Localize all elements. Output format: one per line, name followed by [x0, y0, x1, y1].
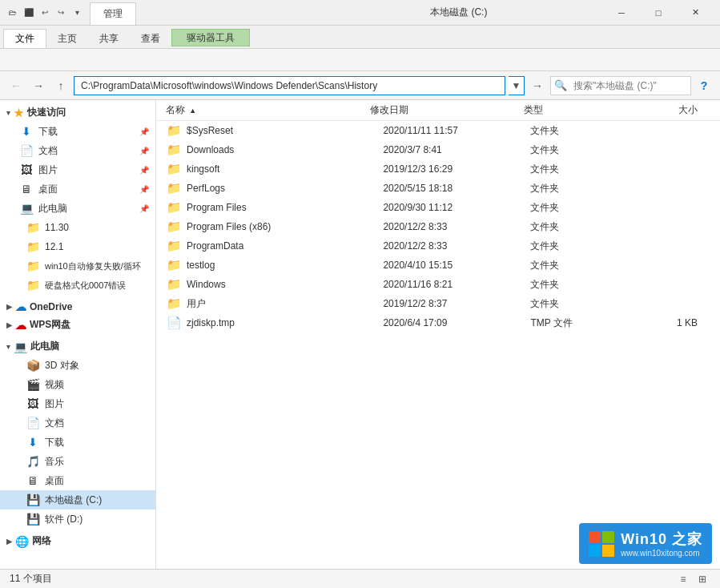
- minimize-button[interactable]: ─: [603, 0, 640, 26]
- sidebar-item-video[interactable]: 🎬 视频: [0, 375, 155, 394]
- quick-access-icon[interactable]: ⬛: [22, 6, 35, 19]
- sidebar-item-music[interactable]: 🎵 音乐: [0, 452, 155, 471]
- sidebar-item-hddformat[interactable]: 📁 硬盘格式化0007错误: [0, 276, 155, 295]
- 3d-icon: 📦: [26, 358, 40, 373]
- sort-arrow: ▲: [189, 107, 196, 115]
- tab-view[interactable]: 查看: [130, 29, 171, 48]
- file-type: 文件夹: [530, 240, 629, 253]
- sidebar-item-pics[interactable]: 🖼 图片: [0, 394, 155, 413]
- onedrive-icon: ☁: [15, 300, 26, 313]
- wps-chevron: ▶: [6, 321, 12, 329]
- table-row[interactable]: 📁 Program Files 2020/9/30 11:12 文件夹: [156, 198, 720, 217]
- go-button[interactable]: →: [528, 76, 547, 95]
- file-name: Program Files: [187, 202, 383, 213]
- sidebar-item-video-label: 视频: [45, 378, 64, 392]
- sidebar-item-dsk[interactable]: 🖥 桌面: [0, 471, 155, 490]
- sidebar-item-thispc[interactable]: 💻 此电脑 📌: [0, 199, 155, 218]
- sidebar-item-pic-label: 图片: [38, 163, 58, 177]
- network-icon: 🌐: [15, 535, 29, 548]
- forward-button[interactable]: →: [29, 76, 48, 95]
- file-icon: 📁: [166, 180, 182, 196]
- address-input[interactable]: [74, 76, 505, 95]
- pin-icon: 📌: [139, 127, 149, 136]
- file-icon: 📁: [166, 161, 182, 177]
- file-icon: 📁: [166, 219, 182, 235]
- folder-icon-hdd: 📁: [26, 278, 40, 292]
- tab-drive-tools[interactable]: 驱动器工具: [171, 29, 250, 46]
- table-row[interactable]: 📁 testlog 2020/4/10 15:15 文件夹: [156, 256, 720, 275]
- search-input[interactable]: [570, 79, 690, 93]
- table-row[interactable]: 📁 Windows 2020/11/16 8:21 文件夹: [156, 275, 720, 294]
- ribbon: 文件 主页 共享 查看 驱动器工具: [0, 26, 720, 49]
- onedrive-chevron: ▶: [6, 303, 12, 311]
- sidebar-item-3d-label: 3D 对象: [45, 359, 79, 373]
- help-button[interactable]: ?: [694, 76, 714, 95]
- window-icon: 🗁: [6, 6, 19, 19]
- file-icon: 📄: [166, 315, 182, 331]
- file-size: 1 KB: [629, 317, 710, 328]
- sidebar-item-3d[interactable]: 📦 3D 对象: [0, 356, 155, 375]
- maximize-button[interactable]: □: [640, 0, 677, 26]
- sidebar-item-dl[interactable]: ⬇ 下载: [0, 433, 155, 452]
- title-bar-icons: 🗁 ⬛ ↩ ↪ ▾: [6, 6, 83, 19]
- wps-header[interactable]: ▶ ☁ WPS网盘: [0, 316, 155, 334]
- grid-view-btn[interactable]: ⊞: [694, 572, 710, 586]
- thispc-section-header[interactable]: ▾ 💻 此电脑: [0, 337, 155, 356]
- logo-cell-4: [602, 545, 614, 557]
- col-date-header[interactable]: 修改日期: [370, 103, 524, 117]
- table-row[interactable]: 📁 Program Files (x86) 2020/12/2 8:33 文件夹: [156, 217, 720, 236]
- undo-icon[interactable]: ↩: [38, 6, 51, 19]
- dropdown-icon[interactable]: ▾: [70, 6, 83, 19]
- table-row[interactable]: 📁 Downloads 2020/3/7 8:41 文件夹: [156, 140, 720, 159]
- up-button[interactable]: ↑: [51, 76, 70, 95]
- file-type: 文件夹: [530, 259, 629, 272]
- table-row[interactable]: 📁 ProgramData 2020/12/2 8:33 文件夹: [156, 236, 720, 256]
- sidebar-item-desktop[interactable]: 🖥 桌面 📌: [0, 179, 155, 199]
- sidebar-item-docs[interactable]: 📄 文档: [0, 413, 155, 433]
- pin-icon-desktop: 📌: [139, 185, 149, 194]
- pc-icon: 💻: [19, 201, 34, 215]
- thispc-section-chevron: ▾: [6, 343, 10, 351]
- sidebar-item-cdrive[interactable]: 💾 本地磁盘 (C:): [0, 490, 155, 509]
- file-date: 2020/4/10 15:15: [383, 260, 530, 271]
- thispc-section-label: 此电脑: [30, 340, 59, 353]
- address-bar: ← → ↑ ▼ → 🔍 ?: [0, 71, 720, 100]
- details-view-btn[interactable]: ≡: [675, 572, 691, 586]
- music-icon: 🎵: [26, 454, 40, 469]
- pic-icon: 🖼: [19, 163, 34, 177]
- back-button[interactable]: ←: [6, 76, 26, 95]
- file-name: Windows: [187, 279, 383, 290]
- col-size-header[interactable]: 大小: [626, 103, 710, 117]
- table-row[interactable]: 📁 $SysReset 2020/11/11 11:57 文件夹: [156, 121, 720, 140]
- onedrive-label: OneDrive: [30, 301, 72, 312]
- ribbon-tabs: 文件 主页 共享 查看 驱动器工具: [0, 26, 720, 48]
- ddrive-icon: 💾: [26, 512, 40, 526]
- table-row[interactable]: 📁 用户 2019/12/2 8:37 文件夹: [156, 294, 720, 313]
- sidebar-item-download[interactable]: ⬇ 下载 📌: [0, 122, 155, 141]
- folder-icon-win10: 📁: [26, 259, 40, 273]
- tab-file[interactable]: 文件: [3, 29, 46, 48]
- sidebar-item-11[interactable]: 📁 11.30: [0, 218, 155, 237]
- file-type: 文件夹: [530, 297, 629, 311]
- network-header[interactable]: ▶ 🌐 网络: [0, 532, 155, 550]
- sidebar-item-doc[interactable]: 📄 文档 📌: [0, 141, 155, 160]
- search-icon: 🔍: [551, 76, 570, 95]
- col-type-header[interactable]: 类型: [524, 103, 626, 117]
- redo-icon[interactable]: ↪: [54, 6, 67, 19]
- tab-share[interactable]: 共享: [88, 29, 130, 48]
- address-dropdown[interactable]: ▼: [509, 76, 525, 95]
- sidebar-item-12[interactable]: 📁 12.1: [0, 237, 155, 256]
- onedrive-header[interactable]: ▶ ☁ OneDrive: [0, 298, 155, 316]
- col-name-header[interactable]: 名称 ▲: [166, 103, 370, 117]
- search-box-wrap: 🔍: [550, 76, 691, 95]
- table-row[interactable]: 📄 zjdiskp.tmp 2020/6/4 17:09 TMP 文件 1 KB: [156, 313, 720, 332]
- table-row[interactable]: 📁 kingsoft 2019/12/3 16:29 文件夹: [156, 159, 720, 179]
- table-row[interactable]: 📁 PerfLogs 2020/5/15 18:18 文件夹: [156, 179, 720, 198]
- sidebar-item-ddrive[interactable]: 💾 软件 (D:): [0, 509, 155, 529]
- quick-access-header[interactable]: ▾ ★ 快速访问: [0, 103, 155, 122]
- tab-manage[interactable]: 管理: [90, 2, 136, 25]
- sidebar-item-pic[interactable]: 🖼 图片 📌: [0, 160, 155, 179]
- close-button[interactable]: ✕: [677, 0, 714, 26]
- tab-home[interactable]: 主页: [46, 29, 88, 48]
- sidebar-item-win10fix[interactable]: 📁 win10自动修复失败/循环: [0, 256, 155, 276]
